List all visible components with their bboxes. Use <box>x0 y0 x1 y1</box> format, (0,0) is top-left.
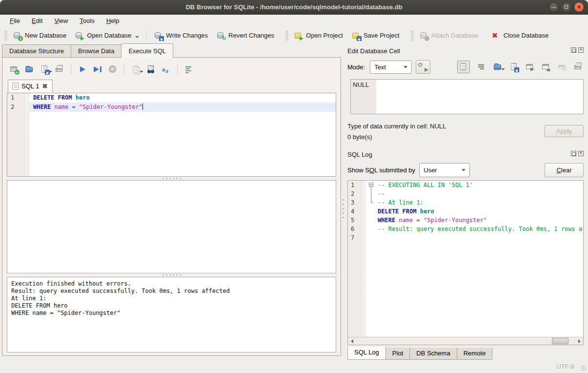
open-project-button[interactable]: Open Project <box>290 29 347 42</box>
word-wrap-icon[interactable] <box>477 62 486 71</box>
editor-code-area[interactable]: DELETE FROM hero WHERE name = "Spider-Yo… <box>30 93 336 176</box>
export-to-file-icon[interactable] <box>509 62 518 71</box>
scroll-right-arrow[interactable] <box>575 337 583 345</box>
mode-select[interactable]: Text <box>370 61 412 74</box>
dock-tab-sql-log[interactable]: SQL Log <box>347 347 386 360</box>
format-sql-icon[interactable] <box>184 65 193 74</box>
open-sql-file-icon[interactable] <box>25 65 34 74</box>
dock-float-icon[interactable] <box>571 151 576 156</box>
sql-doc-tab[interactable]: SQL 1 ✖ <box>8 80 53 93</box>
results-grid-pane[interactable] <box>7 180 336 273</box>
text-cursor <box>142 104 143 110</box>
cell-mode-row: Mode: Text ⚙ − <box>347 59 584 75</box>
toolbar-drag-handle[interactable] <box>4 30 7 41</box>
open-database-dropdown-caret[interactable] <box>135 36 139 38</box>
open-url-icon[interactable] <box>542 62 550 71</box>
find-in-sql-icon[interactable] <box>146 65 155 74</box>
menu-edit[interactable]: Edit <box>27 16 47 26</box>
new-sql-tab-icon[interactable]: + <box>10 65 19 74</box>
dock-tab-remote[interactable]: Remote <box>457 348 493 360</box>
menu-view[interactable]: View <box>49 16 73 26</box>
save-project-button[interactable]: Save Project <box>347 29 404 42</box>
apply-button[interactable]: Apply <box>545 125 584 137</box>
edit-cell-title: Edit Database Cell <box>347 47 400 55</box>
main-toolbar: + New Database Open Database Write Chang… <box>0 27 588 44</box>
dock-close-icon[interactable] <box>578 47 584 53</box>
write-changes-button[interactable]: Write Changes <box>150 29 212 42</box>
fold-collapse-icon[interactable] <box>369 183 373 187</box>
set-as-null-icon[interactable]: − <box>558 62 567 71</box>
auto-completion-icon[interactable]: aa <box>162 65 170 74</box>
execute-sql-page: + ✕ aa <box>2 57 341 356</box>
execution-message-pane[interactable]: Execution finished without errors. Resul… <box>7 277 336 352</box>
tab-execute-sql[interactable]: Execute SQL <box>121 43 173 58</box>
submitter-select[interactable]: User <box>419 163 470 177</box>
new-database-icon: + <box>13 31 22 40</box>
dock-float-icon[interactable] <box>571 47 576 53</box>
attach-database-button[interactable]: Attach Database <box>415 29 483 42</box>
editor-margin <box>25 93 30 176</box>
dock-tabbar: SQL Log Plot DB Schema Remote <box>347 345 584 360</box>
open-database-button[interactable]: Open Database <box>71 29 143 42</box>
panel-splitter[interactable] <box>342 198 345 221</box>
tab-browse-data[interactable]: Browse Data <box>71 44 122 58</box>
results-message-splitter[interactable] <box>7 273 336 277</box>
import-from-file-icon[interactable] <box>493 62 502 71</box>
main-tabbar: Database Structure Browse Data Execute S… <box>0 44 343 58</box>
text-mode-toggle[interactable] <box>457 61 470 73</box>
toolbar-drag-handle[interactable] <box>285 30 288 41</box>
save-results-icon[interactable] <box>131 65 140 74</box>
scroll-left-arrow[interactable] <box>348 337 356 345</box>
save-project-icon <box>352 31 361 40</box>
statusbar: UTF-8 <box>0 360 588 373</box>
chevron-down-icon <box>462 169 466 171</box>
open-project-icon <box>294 31 303 40</box>
filter-label: Show SQL submitted by <box>347 166 415 174</box>
sql-line: DELETE FROM hero <box>30 93 336 103</box>
revert-changes-icon: ↻ <box>217 31 225 40</box>
dock-tab-plot[interactable]: Plot <box>385 348 410 360</box>
print-cell-icon[interactable] <box>574 62 583 71</box>
sql-editor[interactable]: 1 2 DELETE FROM hero WHERE name = "Spide… <box>7 93 336 177</box>
log-margin <box>362 181 366 337</box>
log-line-number-gutter: 1 2 3 4 5 6 7 <box>348 181 362 337</box>
toolbar-drag-handle[interactable] <box>411 30 414 41</box>
menu-tools[interactable]: Tools <box>75 16 99 26</box>
open-in-external-icon[interactable] <box>526 62 534 71</box>
cell-value-editor[interactable]: NULL <box>350 79 584 114</box>
left-panel: Database Structure Browse Data Execute S… <box>0 44 343 360</box>
minimize-button[interactable]: — <box>548 2 559 12</box>
sql-log-view[interactable]: 1 2 3 4 5 6 7 -- EXECUTING ALL IN 'SQL 1… <box>347 180 584 345</box>
menu-help[interactable]: Help <box>101 16 124 26</box>
close-database-button[interactable]: ✖ Close Database <box>487 29 553 42</box>
titlebar[interactable]: DB Browser for SQLite - /home/user/code/… <box>0 0 588 15</box>
revert-changes-button[interactable]: ↻ Revert Changes <box>212 29 279 42</box>
stop-execution-icon[interactable]: ✕ <box>108 65 117 74</box>
resize-grip[interactable] <box>581 365 587 371</box>
sql-doc-tab-label: SQL 1 <box>21 83 39 90</box>
clear-button[interactable]: Clear <box>545 163 584 177</box>
scrollbar-thumb[interactable] <box>552 338 568 344</box>
write-changes-icon <box>154 31 163 40</box>
dock-tab-db-schema[interactable]: DB Schema <box>409 348 457 360</box>
dock-close-icon[interactable] <box>578 151 584 156</box>
new-database-button[interactable]: + New Database <box>9 29 71 42</box>
edit-cell-dock-header: Edit Database Cell <box>347 45 584 57</box>
maximize-button[interactable] <box>561 2 571 12</box>
sql-doc-tabbar: SQL 1 ✖ <box>7 78 336 93</box>
sql-log-filter-row: Show SQL submitted by User Clear <box>347 162 584 178</box>
sql-doc-tab-close-icon[interactable]: ✖ <box>42 83 47 90</box>
log-horizontal-scrollbar[interactable] <box>348 337 583 345</box>
tab-database-structure[interactable]: Database Structure <box>2 44 71 58</box>
sql-log-dock-header: SQL Log <box>347 148 584 160</box>
auto-mode-button[interactable]: ⚙ <box>416 60 430 74</box>
print-sql-icon[interactable] <box>55 65 64 74</box>
encoding-indicator[interactable]: UTF-8 <box>556 363 574 370</box>
save-sql-file-icon[interactable] <box>40 65 49 74</box>
menu-file[interactable]: File <box>5 16 25 26</box>
close-button[interactable]: ✕ <box>574 2 584 12</box>
cell-type-info: Type of data currently in cell: NULL <box>347 121 446 132</box>
execute-all-icon[interactable] <box>78 65 87 74</box>
execute-current-line-icon[interactable] <box>93 65 102 74</box>
editor-results-splitter[interactable] <box>7 177 336 180</box>
